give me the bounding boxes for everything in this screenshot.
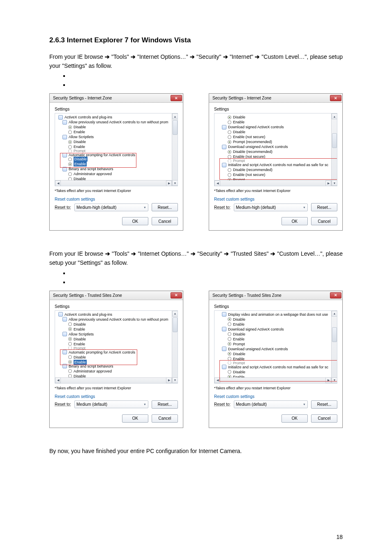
tree-option[interactable]: Disable	[216, 317, 335, 322]
tree-option[interactable]: Disable	[57, 337, 176, 342]
tree-option[interactable]: Administrator approved	[57, 369, 176, 374]
tree-option[interactable]: Prompt (recommended)	[216, 139, 335, 144]
tree-option[interactable]: Disable	[216, 332, 335, 337]
scroll-down-icon[interactable]: ▼	[172, 180, 178, 186]
vertical-scrollbar[interactable]: ▲▼	[331, 113, 337, 186]
cancel-button[interactable]: Cancel	[152, 217, 178, 225]
close-icon[interactable]: ✕	[171, 292, 182, 298]
radio-icon[interactable]	[228, 332, 231, 336]
scroll-right-icon[interactable]: ▶	[325, 180, 331, 186]
tree-option[interactable]: Enable	[57, 327, 176, 332]
close-icon[interactable]: ✕	[330, 95, 341, 101]
settings-listbox[interactable]: ActiveX controls and plug-insAllow previ…	[55, 310, 178, 384]
radio-icon[interactable]	[228, 361, 231, 365]
scroll-up-icon[interactable]: ▲	[172, 113, 178, 119]
tree-option[interactable]: Administrator approved	[57, 171, 176, 176]
reset-level-dropdown[interactable]: Medium-high (default)▼	[234, 204, 308, 211]
horizontal-scrollbar[interactable]: ◀▶	[55, 180, 172, 186]
tree-option[interactable]: Disable (recommended)	[216, 167, 335, 172]
radio-icon[interactable]	[228, 120, 231, 124]
vertical-scrollbar[interactable]: ▲▼	[172, 311, 178, 383]
horizontal-scrollbar[interactable]: ◀▶	[55, 377, 172, 383]
scroll-right-icon[interactable]: ▶	[325, 377, 331, 383]
tree-option[interactable]: Enable	[216, 322, 335, 327]
radio-icon[interactable]	[68, 125, 72, 129]
reset-button[interactable]: Reset...	[152, 400, 178, 409]
radio-icon[interactable]	[228, 130, 231, 134]
radio-icon[interactable]	[68, 347, 72, 350]
radio-icon[interactable]	[68, 322, 72, 326]
tree-option[interactable]: Enable (not secure)	[216, 134, 335, 139]
scroll-thumb[interactable]	[173, 120, 178, 135]
cancel-button[interactable]: Cancel	[311, 414, 337, 423]
scroll-track[interactable]	[61, 378, 166, 383]
scroll-thumb[interactable]	[332, 327, 337, 342]
radio-icon[interactable]	[68, 355, 72, 359]
scroll-left-icon[interactable]: ◀	[55, 377, 61, 383]
tree-option[interactable]: Prompt	[216, 361, 335, 365]
radio-icon[interactable]	[228, 352, 231, 356]
radio-icon[interactable]	[228, 150, 231, 154]
radio-icon[interactable]	[68, 327, 72, 331]
scroll-up-icon[interactable]: ▲	[172, 311, 178, 317]
reset-level-dropdown[interactable]: Medium (default)▼	[234, 400, 308, 408]
radio-icon[interactable]	[68, 149, 72, 153]
cancel-button[interactable]: Cancel	[311, 217, 337, 225]
radio-icon[interactable]	[68, 369, 72, 373]
scroll-up-icon[interactable]: ▲	[332, 113, 337, 119]
reset-button[interactable]: Reset...	[311, 203, 337, 211]
radio-icon[interactable]	[68, 145, 72, 149]
tree-option[interactable]: Prompt	[216, 159, 335, 162]
radio-icon[interactable]	[228, 155, 231, 159]
tree-option[interactable]: Disable	[216, 352, 335, 356]
tree-option[interactable]: Enable	[216, 120, 335, 125]
radio-icon[interactable]	[68, 162, 72, 166]
reset-level-dropdown[interactable]: Medium (default)▼	[74, 400, 148, 408]
tree-option[interactable]: Disable	[57, 125, 176, 130]
tree-option[interactable]: Disable	[57, 355, 176, 360]
scroll-thumb[interactable]	[332, 133, 337, 148]
ok-button[interactable]: OK	[281, 217, 308, 225]
tree-option[interactable]: Prompt	[216, 342, 335, 347]
radio-icon[interactable]	[68, 342, 72, 346]
scroll-track[interactable]	[220, 181, 325, 186]
ok-button[interactable]: OK	[281, 414, 308, 423]
settings-listbox[interactable]: Display video and animation on a webpage…	[214, 310, 337, 384]
radio-icon[interactable]	[228, 116, 231, 119]
reset-level-dropdown[interactable]: Medium-high (default)▼	[74, 204, 148, 211]
tree-option[interactable]: Enable (not secure)	[216, 172, 335, 177]
scroll-down-icon[interactable]: ▼	[332, 180, 337, 186]
ok-button[interactable]: OK	[122, 217, 148, 225]
tree-option[interactable]: Enable	[216, 356, 335, 361]
scroll-right-icon[interactable]: ▶	[166, 377, 172, 383]
tree-option[interactable]: Enable	[57, 162, 176, 166]
radio-icon[interactable]	[228, 135, 231, 139]
scroll-left-icon[interactable]: ◀	[214, 180, 220, 186]
tree-option[interactable]: Enable	[57, 130, 176, 134]
radio-icon[interactable]	[228, 317, 231, 321]
tree-option[interactable]: Enable	[57, 144, 176, 149]
radio-icon[interactable]	[228, 173, 231, 177]
vertical-scrollbar[interactable]: ▲▼	[172, 113, 178, 186]
radio-icon[interactable]	[68, 157, 72, 161]
scroll-thumb[interactable]	[173, 317, 178, 332]
scroll-right-icon[interactable]: ▶	[166, 180, 172, 186]
radio-icon[interactable]	[228, 159, 231, 162]
tree-option[interactable]: Disable	[57, 139, 176, 144]
horizontal-scrollbar[interactable]: ◀▶	[214, 377, 331, 383]
cancel-button[interactable]: Cancel	[152, 414, 178, 423]
radio-icon[interactable]	[228, 322, 231, 326]
radio-icon[interactable]	[228, 337, 231, 341]
settings-listbox[interactable]: DisableEnableDownload signed ActiveX con…	[214, 113, 337, 186]
tree-option[interactable]: Disable	[216, 130, 335, 134]
radio-icon[interactable]	[228, 168, 231, 172]
scroll-left-icon[interactable]: ◀	[55, 180, 61, 186]
tree-option[interactable]: Prompt	[57, 149, 176, 153]
close-icon[interactable]: ✕	[330, 292, 341, 298]
radio-icon[interactable]	[68, 140, 72, 144]
radio-icon[interactable]	[228, 370, 231, 374]
radio-icon[interactable]	[68, 130, 72, 134]
scroll-track[interactable]	[61, 181, 166, 186]
tree-option[interactable]: Enable (not secure)	[216, 154, 335, 159]
settings-listbox[interactable]: ActiveX controls and plug-insAllow previ…	[55, 113, 178, 186]
